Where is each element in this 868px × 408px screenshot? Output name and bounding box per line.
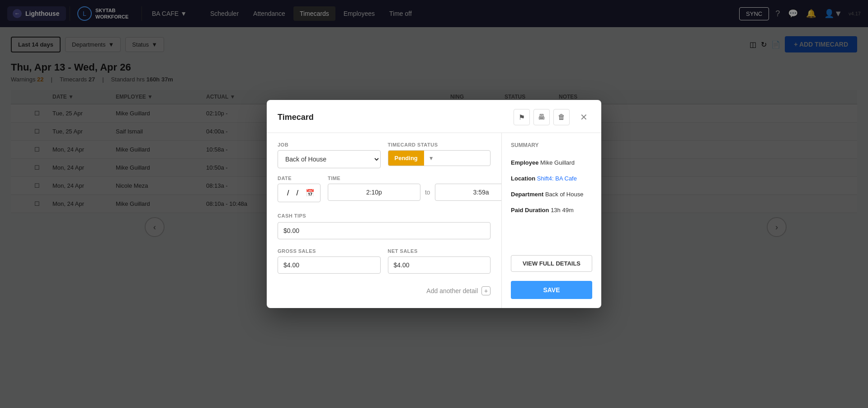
- modal-header: Timecard ⚑ 🖶 🗑 ✕: [267, 100, 601, 133]
- modal-action-buttons: ⚑ 🖶 🗑 ✕: [514, 109, 590, 125]
- timecard-status-group: TIMECARD STATUS Pending ▼: [388, 142, 491, 168]
- summary-location: Location Shift4: BA Cafe: [511, 175, 592, 182]
- date-sep1: /: [287, 189, 289, 197]
- date-section: DATE / / 📅 TIME: [278, 176, 491, 202]
- gross-sales-label: GROSS SALES: [278, 248, 381, 254]
- time-end-input[interactable]: 3:59a: [435, 184, 502, 201]
- net-sales-group: NET SALES $4.00: [388, 248, 491, 274]
- gross-sales-input[interactable]: $4.00: [278, 256, 381, 274]
- date-input-wrapper: / / 📅: [278, 184, 321, 202]
- modal-form: JOB Back of House TIMECARD STATUS Pendin…: [267, 133, 502, 308]
- date-label: DATE: [278, 176, 321, 181]
- flag-button[interactable]: ⚑: [514, 109, 530, 125]
- modal-overlay: Timecard ⚑ 🖶 🗑 ✕ JOB: [0, 0, 868, 408]
- sales-row: GROSS SALES $4.00 NET SALES $4.00: [278, 248, 491, 274]
- date-sep2: /: [296, 189, 298, 197]
- gross-sales-group: GROSS SALES $4.00: [278, 248, 381, 274]
- time-label: TIME: [328, 176, 502, 181]
- summary-employee: Employee Mike Guillard: [511, 159, 592, 166]
- view-full-details-button[interactable]: VIEW FULL DETAILS: [511, 255, 592, 272]
- job-status-row: JOB Back of House TIMECARD STATUS Pendin…: [278, 142, 491, 168]
- net-sales-label: NET SALES: [388, 248, 491, 254]
- job-select[interactable]: Back of House: [278, 150, 381, 168]
- status-select-wrapper: Pending ▼: [388, 150, 491, 166]
- time-start-input[interactable]: 2:10p: [328, 184, 420, 201]
- net-sales-input[interactable]: $4.00: [388, 256, 491, 274]
- chevron-down-icon: ▼: [424, 155, 439, 161]
- time-to-label: to: [425, 189, 430, 196]
- calendar-icon[interactable]: 📅: [306, 189, 315, 197]
- summary-title: SUMMARY: [511, 142, 592, 148]
- print-button[interactable]: 🖶: [533, 109, 550, 125]
- modal-title: Timecard: [278, 113, 314, 122]
- timecard-status-label: TIMECARD STATUS: [388, 142, 491, 147]
- modal-summary: SUMMARY Employee Mike Guillard Location …: [502, 133, 601, 308]
- job-group: JOB Back of House: [278, 142, 381, 168]
- add-detail-label: Add another detail: [426, 287, 478, 294]
- flag-icon: ⚑: [519, 113, 525, 122]
- add-detail-row[interactable]: Add another detail +: [278, 283, 491, 299]
- delete-button[interactable]: 🗑: [553, 109, 570, 125]
- save-button[interactable]: SAVE: [511, 281, 592, 299]
- time-inputs: 2:10p to 3:59a: [328, 184, 502, 201]
- trash-icon: 🗑: [558, 113, 565, 121]
- close-button[interactable]: ✕: [577, 110, 590, 124]
- pending-pill: Pending: [388, 151, 424, 166]
- summary-department: Department Back of House: [511, 191, 592, 198]
- print-icon: 🖶: [538, 113, 545, 121]
- date-time-row: DATE / / 📅 TIME: [278, 176, 491, 202]
- job-label: JOB: [278, 142, 381, 147]
- add-detail-plus-icon: +: [481, 286, 491, 295]
- summary-paid-duration: Paid Duration 13h 49m: [511, 207, 592, 213]
- cash-tips-input[interactable]: $0.00: [278, 222, 491, 239]
- date-group: DATE / / 📅: [278, 176, 321, 202]
- cash-tips-section: CASH TIPS $0.00: [278, 211, 491, 239]
- timecard-modal: Timecard ⚑ 🖶 🗑 ✕ JOB: [267, 100, 601, 308]
- modal-body: JOB Back of House TIMECARD STATUS Pendin…: [267, 133, 601, 308]
- time-group: TIME 2:10p to 3:59a: [328, 176, 502, 202]
- cash-tips-label: CASH TIPS: [278, 213, 306, 218]
